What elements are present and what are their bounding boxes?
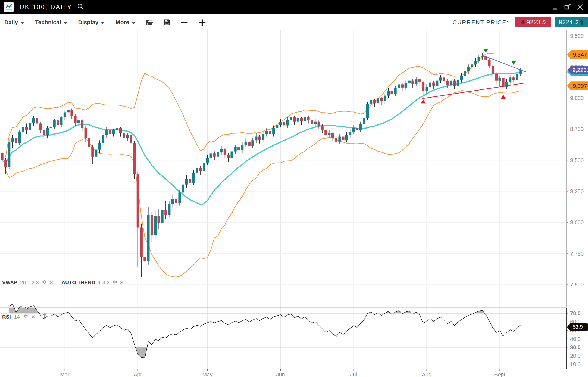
rsi-move-up-arrow-icon[interactable] xyxy=(42,313,47,320)
svg-text:Sept: Sept xyxy=(494,372,506,377)
buy-price: 9224 xyxy=(559,19,573,26)
menu-technical-label: Technical xyxy=(35,19,61,26)
rsi-indicator-row: RSI 14 × xyxy=(2,313,47,320)
svg-text:May: May xyxy=(202,372,213,377)
open-folder-icon[interactable] xyxy=(145,19,153,26)
rsi-remove-icon[interactable]: × xyxy=(32,314,35,320)
save-icon[interactable] xyxy=(163,18,171,26)
sell-price-decimal: .5 xyxy=(542,20,546,25)
menu-technical[interactable]: Technical xyxy=(35,19,67,26)
buy-button[interactable]: 9224.5 xyxy=(555,17,588,27)
toolbar: Daily Technical Display More xyxy=(0,14,588,30)
svg-text:Jul: Jul xyxy=(350,372,357,377)
auto-trend-settings-gear-icon[interactable] xyxy=(112,279,117,286)
auto-trend-params: 1 4 2 xyxy=(98,280,110,286)
menu-daily[interactable]: Daily xyxy=(4,19,24,26)
chevron-down-icon xyxy=(101,22,105,24)
svg-text:40.0: 40.0 xyxy=(570,336,581,342)
zoom-in-icon[interactable]: + xyxy=(198,17,207,27)
svg-text:7,500: 7,500 xyxy=(570,282,584,288)
rsi-label: RSI xyxy=(2,314,11,320)
menu-display[interactable]: Display xyxy=(78,19,105,26)
chevron-down-icon xyxy=(20,22,24,24)
chevron-down-icon xyxy=(64,22,67,24)
minimize-button[interactable] xyxy=(552,4,559,11)
sell-button[interactable]: 9223.5 xyxy=(515,17,551,27)
app-chart-icon xyxy=(4,2,14,12)
overlay-indicator-row: VWAP 20 1 2 3 × AUTO TREND 1 4 2 × xyxy=(2,279,129,286)
titlebar: UK 100, DAILY xyxy=(0,0,588,14)
arrow-up-icon xyxy=(580,20,584,25)
svg-text:9,500: 9,500 xyxy=(570,33,584,39)
price-chart-canvas[interactable]: MarAprMayJunJulAugSept9,5009,2509,0008,7… xyxy=(0,0,588,377)
svg-text:Mar: Mar xyxy=(60,372,70,377)
auto-trend-label: AUTO TREND xyxy=(61,280,95,286)
svg-text:Jun: Jun xyxy=(276,372,285,377)
rsi-value-tag: 53.9 xyxy=(567,323,588,331)
svg-text:10.0: 10.0 xyxy=(570,361,581,367)
menu-more-label: More xyxy=(115,19,129,26)
vwap-settings-gear-icon[interactable] xyxy=(42,279,47,286)
svg-text:8,500: 8,500 xyxy=(570,157,584,163)
zoom-out-icon[interactable]: − xyxy=(180,17,189,27)
auto-trend-remove-icon[interactable]: × xyxy=(120,280,124,286)
sell-price: 9223 xyxy=(527,19,540,26)
svg-text:Aug: Aug xyxy=(422,372,432,377)
svg-text:70.0: 70.0 xyxy=(570,310,581,316)
upper-band-price-tag: 9,347 xyxy=(567,50,588,59)
vwap-params: 20 1 2 3 xyxy=(20,280,39,286)
rsi-settings-gear-icon[interactable] xyxy=(23,314,28,320)
chevron-down-icon xyxy=(132,22,135,24)
menu-daily-label: Daily xyxy=(4,19,18,26)
svg-text:7,750: 7,750 xyxy=(570,251,584,257)
lower-band-price-tag: 9,097 xyxy=(567,81,588,90)
svg-text:Apr: Apr xyxy=(134,372,142,377)
svg-text:9,000: 9,000 xyxy=(570,95,584,101)
svg-text:8,750: 8,750 xyxy=(570,126,584,132)
window-controls xyxy=(552,4,584,11)
svg-text:8,000: 8,000 xyxy=(570,219,584,225)
svg-text:8,250: 8,250 xyxy=(570,188,584,194)
popout-button[interactable] xyxy=(564,4,571,11)
arrow-down-icon xyxy=(521,20,525,25)
svg-text:30.0: 30.0 xyxy=(570,344,581,350)
buy-price-decimal: .5 xyxy=(574,20,578,25)
rsi-params: 14 xyxy=(14,314,20,320)
menu-display-label: Display xyxy=(78,19,99,26)
search-icon[interactable] xyxy=(77,3,84,11)
menu-more[interactable]: More xyxy=(115,19,135,26)
svg-text:20.0: 20.0 xyxy=(570,353,581,359)
current-price-zone: CURRENT PRICE: 9223.5 9224.5 xyxy=(453,17,588,27)
current-price-label: CURRENT PRICE: xyxy=(453,19,509,26)
chart-window: { "window": { "title": "UK 100, DAILY", … xyxy=(0,0,588,377)
vwap-label: VWAP xyxy=(2,280,17,286)
vwap-remove-icon[interactable]: × xyxy=(49,280,53,286)
window-title: UK 100, DAILY xyxy=(20,4,72,11)
close-icon[interactable] xyxy=(577,4,584,11)
